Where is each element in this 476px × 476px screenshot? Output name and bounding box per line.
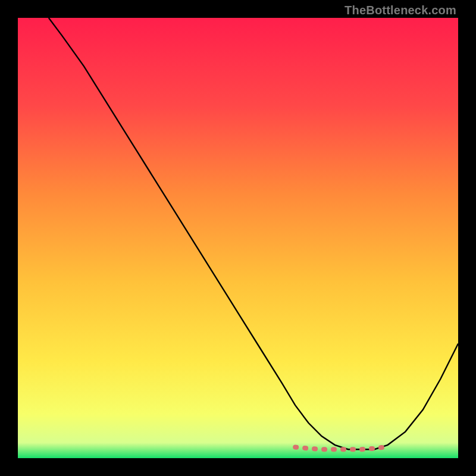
curve-layer	[18, 18, 458, 458]
bottleneck-curve	[49, 18, 458, 449]
watermark-text: TheBottleneck.com	[345, 4, 456, 17]
plot-area	[18, 18, 458, 458]
